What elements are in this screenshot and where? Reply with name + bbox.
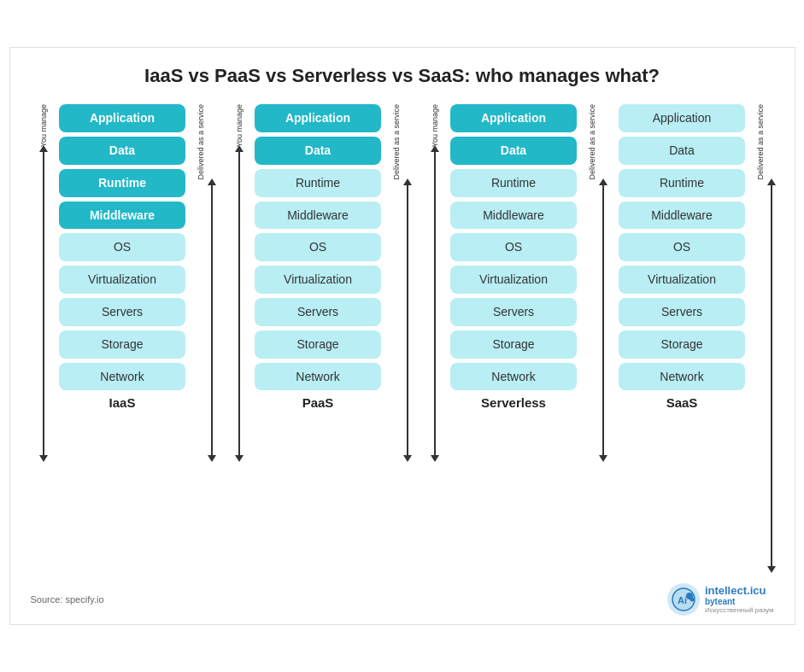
delivered-arrow-serverless: Delivered as a service bbox=[580, 104, 604, 460]
logo-text-group: intellect.icu byteant Искусственный разу… bbox=[705, 584, 774, 614]
box-serverless-virtualization: Virtualization bbox=[450, 266, 577, 294]
box-paas-data: Data bbox=[255, 137, 381, 165]
delivered-arrow-saas: Delivered as a service bbox=[748, 104, 772, 571]
logo-byteant: byteant bbox=[705, 597, 774, 606]
col-block-paas: Application Data Runtime Middleware OS V… bbox=[255, 104, 381, 390]
box-saas-data: Data bbox=[619, 137, 745, 165]
box-serverless-data: Data bbox=[450, 137, 577, 165]
svg-text:Ai: Ai bbox=[678, 595, 687, 605]
svg-point-3 bbox=[690, 597, 694, 601]
col-title-iaas: IaaS bbox=[59, 395, 185, 410]
box-iaas-data: Data bbox=[59, 137, 185, 165]
box-iaas-network: Network bbox=[59, 363, 185, 391]
you-manage-arrow-paas: You manage bbox=[227, 104, 251, 460]
box-saas-servers: Servers bbox=[619, 298, 745, 326]
box-serverless-storage: Storage bbox=[450, 330, 577, 359]
box-iaas-os: OS bbox=[59, 233, 185, 261]
box-iaas-servers: Servers bbox=[59, 298, 185, 326]
box-paas-virtualization: Virtualization bbox=[255, 266, 381, 294]
you-manage-arrow-serverless: You manage bbox=[423, 104, 447, 460]
page-title: IaaS vs PaaS vs Serverless vs SaaS: who … bbox=[27, 65, 778, 87]
col-group-paas: You manage Application Data Runtime Midd… bbox=[227, 104, 408, 460]
box-serverless-os: OS bbox=[450, 233, 577, 261]
col-group-serverless: You manage Application Data Runtime Midd… bbox=[423, 104, 604, 460]
box-iaas-runtime: Runtime bbox=[59, 169, 185, 197]
logo-icon: Ai bbox=[667, 583, 700, 616]
col-block-saas: Application Data Runtime Middleware OS V… bbox=[619, 104, 745, 390]
box-saas-application: Application bbox=[619, 104, 745, 132]
box-saas-middleware: Middleware bbox=[619, 202, 745, 230]
logo-name: intellect.icu bbox=[705, 584, 774, 597]
bottom-row: Source: specify.io Ai intellect.icu byte… bbox=[27, 583, 778, 616]
delivered-arrow-iaas: Delivered as a service bbox=[189, 104, 213, 460]
col-title-serverless: Serverless bbox=[450, 395, 577, 410]
box-saas-os: OS bbox=[619, 233, 745, 261]
box-saas-network: Network bbox=[619, 363, 745, 391]
box-paas-storage: Storage bbox=[255, 330, 381, 359]
you-manage-arrow-iaas: You manage bbox=[32, 104, 56, 460]
col-title-saas: SaaS bbox=[619, 395, 745, 410]
col-group-iaas: You manage Application Data Runtime Midd… bbox=[32, 104, 213, 460]
logo-area: Ai intellect.icu byteant Искусственный р… bbox=[667, 583, 774, 616]
box-saas-runtime: Runtime bbox=[619, 169, 745, 197]
box-serverless-servers: Servers bbox=[450, 298, 577, 326]
box-saas-storage: Storage bbox=[619, 330, 745, 359]
box-iaas-storage: Storage bbox=[59, 330, 185, 359]
box-serverless-network: Network bbox=[450, 363, 577, 391]
box-iaas-virtualization: Virtualization bbox=[59, 266, 185, 294]
source-label: Source: specify.io bbox=[31, 594, 104, 605]
col-block-iaas: Application Data Runtime Middleware OS V… bbox=[59, 104, 185, 390]
box-iaas-middleware: Middleware bbox=[59, 202, 185, 230]
box-paas-runtime: Runtime bbox=[255, 169, 381, 197]
box-serverless-runtime: Runtime bbox=[450, 169, 577, 197]
main-container: IaaS vs PaaS vs Serverless vs SaaS: who … bbox=[9, 47, 795, 625]
box-paas-servers: Servers bbox=[255, 298, 381, 326]
col-block-serverless: Application Data Runtime Middleware OS V… bbox=[450, 104, 577, 390]
columns-wrapper: You manage Application Data Runtime Midd… bbox=[27, 104, 778, 571]
delivered-arrow-paas: Delivered as a service bbox=[384, 104, 408, 460]
box-paas-network: Network bbox=[255, 363, 381, 391]
box-iaas-application: Application bbox=[59, 104, 185, 132]
logo-subtitle: Искусственный разум bbox=[705, 606, 774, 614]
box-serverless-application: Application bbox=[450, 104, 577, 132]
col-title-paas: PaaS bbox=[255, 395, 381, 410]
box-paas-application: Application bbox=[255, 104, 381, 132]
box-saas-virtualization: Virtualization bbox=[619, 266, 745, 294]
box-serverless-middleware: Middleware bbox=[450, 202, 577, 230]
box-paas-middleware: Middleware bbox=[255, 202, 381, 230]
box-paas-os: OS bbox=[255, 233, 381, 261]
col-group-saas: Application Data Runtime Middleware OS V… bbox=[619, 104, 772, 571]
